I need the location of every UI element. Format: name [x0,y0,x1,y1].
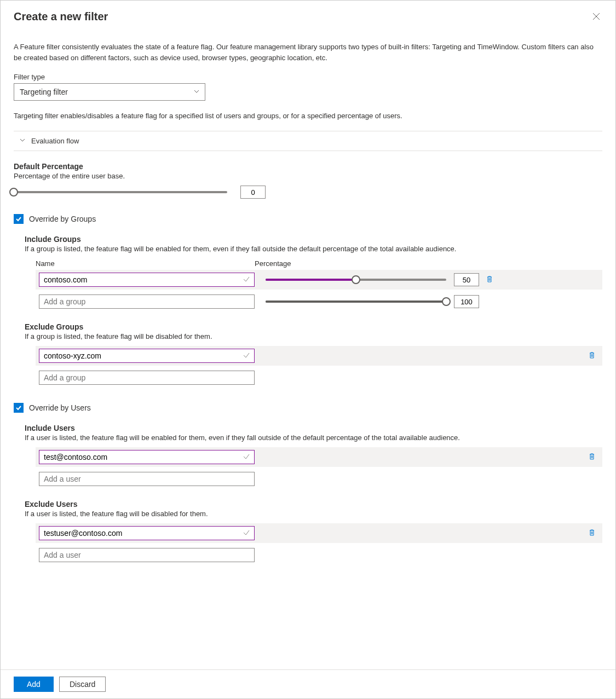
exclude-groups-subtext: If a group is listed, the feature flag w… [25,332,602,340]
add-group-percentage-input[interactable] [454,295,479,308]
column-percentage: Percentage [255,259,291,268]
override-groups-label: Override by Groups [29,215,96,223]
include-user-row [36,447,602,467]
group-input-wrap [39,349,255,363]
trash-icon [588,351,596,359]
slider-fill [266,279,356,281]
filter-type-label: Filter type [14,73,602,81]
exclude-users-section: Exclude Users If a user is listed, the f… [25,500,602,565]
override-users-checkbox[interactable] [14,403,24,413]
slider-fill [266,301,446,303]
add-button[interactable]: Add [14,677,54,692]
exclude-groups-title: Exclude Groups [25,322,602,331]
trash-icon [486,275,493,283]
include-groups-header: Name Percentage [25,259,602,268]
default-percentage-slider-row [14,186,602,199]
add-group-input[interactable] [39,294,255,309]
exclude-user-row [36,523,602,543]
user-input-wrap [39,450,255,464]
checkmark-icon [243,453,250,462]
override-users-row: Override by Users [14,403,602,413]
include-users-subtext: If a user is listed, the feature flag wi… [25,434,602,442]
include-users-title: Include Users [25,424,602,432]
include-groups-section: Include Groups If a group is listed, the… [25,235,602,311]
exclude-groups-section: Exclude Groups If a group is listed, the… [25,322,602,388]
group-percentage-input[interactable] [454,273,479,286]
delete-user-button[interactable] [587,528,597,539]
column-name: Name [36,259,255,268]
include-user-input[interactable] [39,450,255,464]
check-icon [15,405,22,411]
delete-group-button[interactable] [587,350,597,362]
chevron-down-icon [19,137,26,145]
group-name-input[interactable] [39,273,255,287]
create-filter-dialog: Create a new filter A Feature filter con… [0,0,616,699]
slider-thumb[interactable] [9,188,18,197]
delete-user-button[interactable] [587,452,597,463]
discard-button[interactable]: Discard [59,677,106,692]
dialog-footer: Add Discard [1,669,615,698]
dialog-title: Create a new filter [14,10,108,23]
default-percentage-subtext: Percentage of the entire user base. [14,172,602,180]
add-include-user-input[interactable] [39,472,255,486]
include-groups-subtext: If a group is listed, the feature flag w… [25,245,602,253]
exclude-users-title: Exclude Users [25,500,602,509]
checkmark-icon [243,275,250,285]
description-text: A Feature filter consistently evaluates … [14,42,602,63]
add-group-row [36,292,602,311]
checkmark-icon [243,529,250,538]
slider-thumb[interactable] [442,297,451,306]
exclude-user-input[interactable] [39,526,255,540]
add-exclude-group-row [36,368,602,388]
group-percentage-slider[interactable] [266,279,446,281]
user-input-wrap [39,526,255,540]
default-percentage-slider[interactable] [14,191,227,193]
filter-type-select[interactable]: Targeting filter [14,83,205,101]
group-input-wrap [39,273,255,287]
add-exclude-group-input[interactable] [39,371,255,385]
exclude-group-row [36,346,602,366]
filter-type-select-wrap: Targeting filter [14,83,205,101]
targeting-info-text: Targeting filter enables/disables a feat… [14,112,602,120]
add-exclude-user-row [36,545,602,565]
include-users-section: Include Users If a user is listed, the f… [25,424,602,489]
dialog-header: Create a new filter [1,1,615,24]
trash-icon [588,453,596,460]
add-group-slider[interactable] [266,301,446,303]
include-groups-title: Include Groups [25,235,602,244]
override-groups-row: Override by Groups [14,214,602,224]
check-icon [15,216,22,222]
include-group-row [36,270,602,290]
checkmark-icon [243,351,250,361]
add-exclude-user-input[interactable] [39,548,255,562]
evaluation-flow-toggle[interactable]: Evaluation flow [14,131,602,151]
default-percentage-title: Default Percentage [14,162,602,171]
default-percentage-input[interactable] [240,186,266,199]
exclude-users-subtext: If a user is listed, the feature flag wi… [25,510,602,518]
delete-group-button[interactable] [485,274,494,286]
exclude-group-input[interactable] [39,349,255,363]
evaluation-flow-label: Evaluation flow [31,137,79,145]
close-icon [592,13,600,20]
override-groups-checkbox[interactable] [14,214,24,224]
add-include-user-row [36,469,602,489]
close-button[interactable] [590,10,602,24]
trash-icon [588,529,596,536]
dialog-content: A Feature filter consistently evaluates … [1,24,615,669]
override-users-label: Override by Users [29,403,91,412]
slider-thumb[interactable] [352,275,360,284]
